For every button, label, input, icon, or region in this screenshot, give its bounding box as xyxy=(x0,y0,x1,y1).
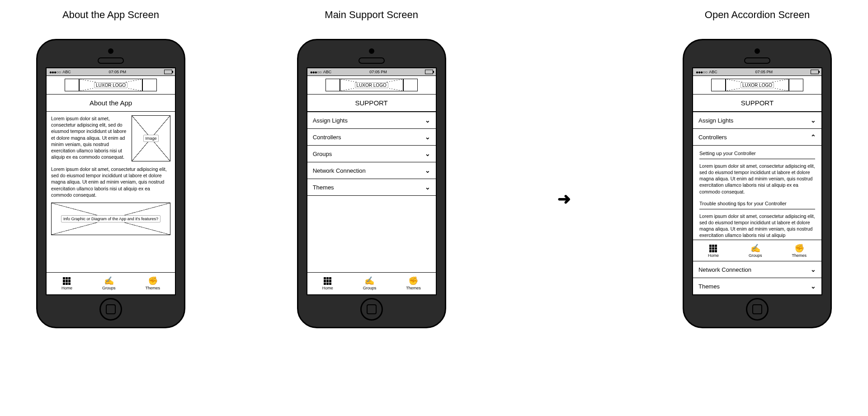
tab-themes[interactable]: ✊ Themes xyxy=(792,244,807,258)
accordion-item-groups[interactable]: Groups ⌄ xyxy=(307,146,436,162)
about-content: Lorem ipsum dolor sit amet, consectetur … xyxy=(47,112,175,272)
screen-accordion: ●●●○○ ABC 07:05 PM LUXOR LOGO SUPPORT xyxy=(692,67,822,295)
signal-icon: ●●●○○ xyxy=(49,70,61,75)
image-placeholder: Image xyxy=(132,115,170,161)
home-button[interactable] xyxy=(746,298,769,321)
grid-icon xyxy=(709,245,717,252)
sub-body-setup: Lorem ipsum dolor sit amet, consectetur … xyxy=(699,163,815,195)
chevron-down-icon: ⌄ xyxy=(811,283,816,290)
tab-bar: Home ✍ Groups ✊ Themes xyxy=(47,272,175,294)
carrier-label: ABC xyxy=(62,70,71,74)
about-paragraph-2: Lorem ipsum dolor sit amet, consectetur … xyxy=(51,166,170,198)
tab-themes[interactable]: ✊ Themes xyxy=(406,277,421,290)
carrier-label: ABC xyxy=(709,70,717,74)
grid-icon xyxy=(63,277,71,285)
status-bar: ●●●○○ ABC 07:05 PM xyxy=(47,68,175,76)
tab-groups[interactable]: ✍ Groups xyxy=(749,244,762,258)
clock-label: 07:05 PM xyxy=(109,70,127,74)
phone-frame: ●●●○○ ABC 07:05 PM LUXOR LOGO SUPPORT xyxy=(683,39,832,328)
accordion-item-themes[interactable]: Themes ⌄ xyxy=(307,179,436,196)
logo-header: LUXOR LOGO xyxy=(693,76,821,95)
clock-label: 07:05 PM xyxy=(369,70,387,74)
accordion-item-assign-lights[interactable]: Assign Lights ⌄ xyxy=(693,112,821,129)
screen-title-accordion: Open Accordion Screen xyxy=(705,9,810,21)
battery-icon xyxy=(425,70,433,74)
themes-icon: ✊ xyxy=(408,277,418,285)
groups-icon: ✍ xyxy=(750,244,760,252)
logo-header: LUXOR LOGO xyxy=(47,76,175,95)
tab-home[interactable]: Home xyxy=(708,245,719,258)
themes-icon: ✊ xyxy=(794,244,804,252)
chevron-down-icon: ⌄ xyxy=(425,150,430,157)
about-paragraph-1: Lorem ipsum dolor sit amet, consectetur … xyxy=(51,115,127,161)
tab-home[interactable]: Home xyxy=(61,277,72,290)
accordion-body-controllers: Setting up your Controller Lorem ipsum d… xyxy=(693,146,821,241)
status-bar: ●●●○○ ABC 07:05 PM xyxy=(307,68,436,76)
tab-groups[interactable]: ✍ Groups xyxy=(363,277,377,290)
tab-home[interactable]: Home xyxy=(322,277,333,290)
accordion-item-controllers[interactable]: Controllers ⌃ xyxy=(693,129,821,146)
accordion-list: Assign Lights ⌄ Controllers ⌄ Groups ⌄ N… xyxy=(307,112,436,272)
sub-body-troubleshoot: Lorem ipsum dolor sit amet, consectetur … xyxy=(699,213,815,239)
page-title: About the App xyxy=(47,95,175,112)
screen-about: ●●●○○ ABC 07:05 PM LUXOR LOGO About the … xyxy=(46,67,176,295)
phone-frame: ●●●○○ ABC 07:05 PM LUXOR LOGO SUPPORT xyxy=(297,39,446,328)
grid-icon xyxy=(324,277,331,285)
chevron-down-icon: ⌄ xyxy=(811,117,816,124)
accordion-item-network[interactable]: Network Connection ⌄ xyxy=(693,261,821,278)
battery-icon xyxy=(164,70,172,74)
groups-icon: ✍ xyxy=(104,277,114,285)
clock-label: 07:05 PM xyxy=(755,70,773,74)
diagram-placeholder: Info Graphic or Diagram of the App and i… xyxy=(51,203,170,235)
signal-icon: ●●●○○ xyxy=(310,70,321,75)
chevron-down-icon: ⌄ xyxy=(425,117,430,124)
groups-icon: ✍ xyxy=(364,277,374,285)
home-button[interactable] xyxy=(360,298,383,321)
logo-header: LUXOR LOGO xyxy=(307,76,436,95)
themes-icon: ✊ xyxy=(148,277,158,285)
chevron-up-icon: ⌃ xyxy=(811,133,816,141)
tab-groups[interactable]: ✍ Groups xyxy=(102,277,116,290)
arrow-icon: ➜ xyxy=(557,189,571,208)
chevron-down-icon: ⌄ xyxy=(425,133,430,141)
sub-heading-setup: Setting up your Controller xyxy=(699,150,815,157)
sub-heading-troubleshoot: Trouble shooting tips for your Controlle… xyxy=(699,200,815,207)
accordion-item-themes[interactable]: Themes ⌄ xyxy=(693,278,821,294)
chevron-down-icon: ⌄ xyxy=(425,167,430,174)
screen-support: ●●●○○ ABC 07:05 PM LUXOR LOGO SUPPORT xyxy=(307,67,437,295)
accordion-item-controllers[interactable]: Controllers ⌄ xyxy=(307,129,436,146)
tab-bar: Home ✍ Groups ✊ Themes xyxy=(693,240,821,262)
tab-bar: Home ✍ Groups ✊ Themes xyxy=(307,272,436,294)
battery-icon xyxy=(811,70,819,74)
screen-title-about: About the App Screen xyxy=(62,9,159,21)
screen-title-support: Main Support Screen xyxy=(325,9,418,21)
chevron-down-icon: ⌄ xyxy=(811,266,816,273)
logo-placeholder: LUXOR LOGO xyxy=(340,79,403,91)
page-title: SUPPORT xyxy=(693,95,821,112)
logo-placeholder: LUXOR LOGO xyxy=(726,79,789,91)
home-button[interactable] xyxy=(99,298,122,321)
logo-placeholder: LUXOR LOGO xyxy=(79,79,142,91)
page-title: SUPPORT xyxy=(307,95,436,112)
signal-icon: ●●●○○ xyxy=(696,70,707,75)
carrier-label: ABC xyxy=(323,70,332,74)
chevron-down-icon: ⌄ xyxy=(425,184,430,191)
phone-frame: ●●●○○ ABC 07:05 PM LUXOR LOGO About the … xyxy=(36,39,185,328)
status-bar: ●●●○○ ABC 07:05 PM xyxy=(693,68,821,76)
accordion-item-assign-lights[interactable]: Assign Lights ⌄ xyxy=(307,112,436,129)
accordion-item-network[interactable]: Network Connection ⌄ xyxy=(307,162,436,179)
tab-themes[interactable]: ✊ Themes xyxy=(145,277,160,290)
